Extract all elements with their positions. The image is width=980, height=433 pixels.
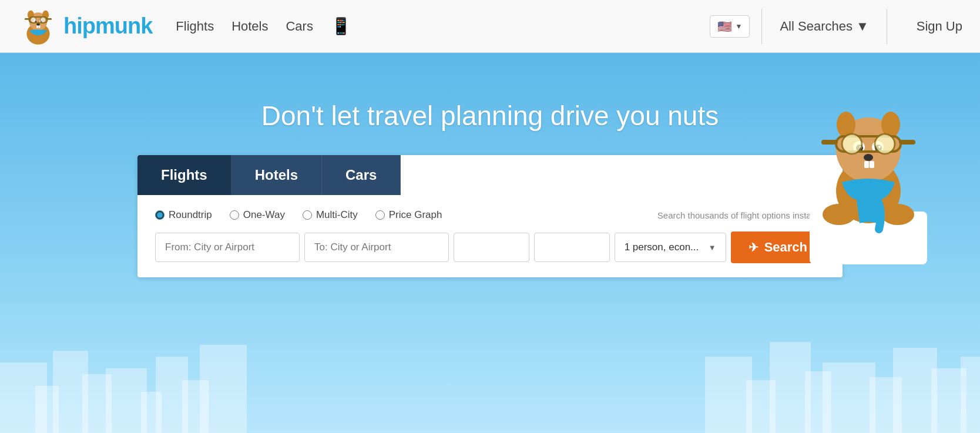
svg-rect-35 xyxy=(821,140,838,145)
oneway-radio[interactable] xyxy=(230,210,239,220)
pricegraph-option[interactable]: Price Graph xyxy=(375,209,442,221)
roundtrip-radio[interactable] xyxy=(155,210,165,220)
multicity-radio[interactable] xyxy=(303,210,312,220)
flag-icon: 🇺🇸 xyxy=(717,19,732,33)
multicity-label: Multi-City xyxy=(316,209,358,221)
svg-point-34 xyxy=(875,134,895,154)
from-input[interactable] xyxy=(155,233,300,262)
tab-cars[interactable]: Cars xyxy=(322,155,401,195)
logo-text: hipmunk xyxy=(63,14,152,39)
language-selector[interactable]: 🇺🇸 ▼ xyxy=(710,15,750,38)
hero-section: Don't let travel planning drive you nuts xyxy=(0,53,980,433)
logo-area[interactable]: hipmunk xyxy=(18,6,152,47)
fields-row: Sep 20 Sep 22 1 person, econ... ▼ ✈ Sear… xyxy=(155,231,825,263)
svg-rect-36 xyxy=(899,140,915,145)
svg-rect-10 xyxy=(39,25,41,28)
pricegraph-label: Price Graph xyxy=(389,209,442,221)
site-header: hipmunk Flights Hotels Cars 📱 🇺🇸 ▼ All S… xyxy=(0,0,980,53)
cityscape xyxy=(0,339,980,433)
logo-squirrel-icon xyxy=(18,6,59,47)
roundtrip-label: Roundtrip xyxy=(169,209,212,221)
pricegraph-radio[interactable] xyxy=(375,210,385,220)
nav-flights[interactable]: Flights xyxy=(176,19,214,34)
tab-flights[interactable]: Flights xyxy=(137,155,231,195)
svg-rect-9 xyxy=(36,25,38,28)
svg-rect-14 xyxy=(25,18,31,20)
depart-date-input[interactable]: Sep 20 xyxy=(454,233,529,262)
airplane-icon: ✈ xyxy=(749,240,759,254)
oneway-label: One-Way xyxy=(243,209,285,221)
svg-rect-31 xyxy=(870,161,874,168)
return-date-input[interactable]: Sep 22 xyxy=(534,233,610,262)
passengers-chevron-icon: ▼ xyxy=(709,243,716,252)
search-button-label: Search xyxy=(764,240,807,255)
oneway-option[interactable]: One-Way xyxy=(230,209,285,221)
roundtrip-option[interactable]: Roundtrip xyxy=(155,209,212,221)
nav-cars[interactable]: Cars xyxy=(286,19,313,34)
header-divider-2 xyxy=(887,9,887,44)
mobile-app-icon[interactable]: 📱 xyxy=(331,16,351,36)
search-box: Flights Hotels Cars Roundtrip One-Way Mu… xyxy=(137,155,843,277)
svg-point-12 xyxy=(31,16,36,22)
all-searches-chevron-icon: ▼ xyxy=(856,19,869,34)
multicity-option[interactable]: Multi-City xyxy=(303,209,358,221)
passengers-selector[interactable]: 1 person, econ... ▼ xyxy=(615,233,726,262)
header-right: 🇺🇸 ▼ All Searches ▼ Sign Up xyxy=(710,9,962,44)
svg-point-33 xyxy=(842,134,862,154)
trip-type-row: Roundtrip One-Way Multi-City Price Graph… xyxy=(155,209,825,221)
passengers-label: 1 person, econ... xyxy=(625,241,699,253)
hero-mascot xyxy=(804,88,933,264)
tab-hotels[interactable]: Hotels xyxy=(231,155,322,195)
svg-rect-15 xyxy=(46,18,52,20)
all-searches-button[interactable]: All Searches ▼ xyxy=(774,19,874,34)
chevron-down-icon: ▼ xyxy=(736,22,743,31)
nav-links: Flights Hotels Cars 📱 xyxy=(176,16,709,36)
header-divider xyxy=(761,9,762,44)
svg-point-8 xyxy=(36,23,40,25)
svg-point-29 xyxy=(864,154,873,161)
search-hint: Search thousands of flight options insta… xyxy=(657,210,825,220)
signup-button[interactable]: Sign Up xyxy=(917,19,962,34)
search-form: Roundtrip One-Way Multi-City Price Graph… xyxy=(137,195,843,277)
to-input[interactable] xyxy=(304,233,449,262)
svg-point-13 xyxy=(41,16,46,22)
all-searches-label: All Searches xyxy=(780,19,853,34)
nav-hotels[interactable]: Hotels xyxy=(231,19,268,34)
search-tabs: Flights Hotels Cars xyxy=(137,155,843,195)
svg-rect-30 xyxy=(864,161,869,168)
